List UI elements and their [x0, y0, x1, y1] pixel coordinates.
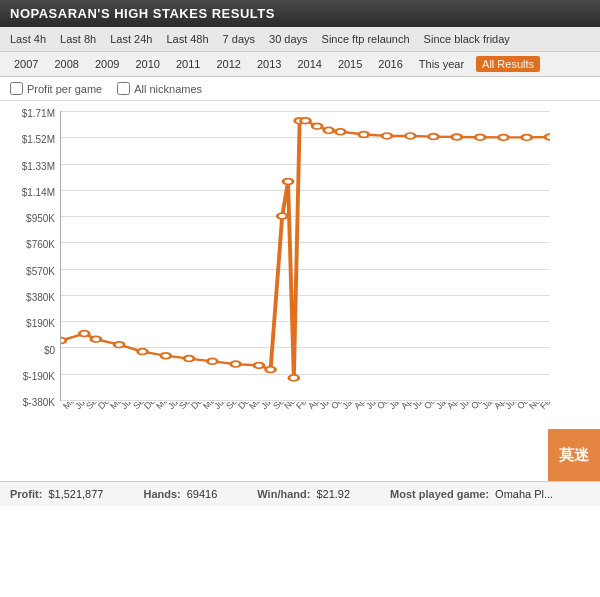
x-labels-container: Mar 2007Jun 2007Sep 2007Dec 2007Mar 2008… — [61, 402, 550, 472]
option-all-nicknames: All nicknames — [117, 82, 202, 95]
y-label-10: $-190K — [3, 371, 55, 382]
all-nicknames-label: All nicknames — [134, 83, 202, 95]
y-label-3: $1.14M — [3, 187, 55, 198]
year-filter-2008[interactable]: 2008 — [50, 56, 82, 72]
hands-stat: Hands: 69416 — [143, 488, 217, 500]
data-point-9 — [254, 363, 264, 369]
year-filter-thisyear[interactable]: This year — [415, 56, 468, 72]
y-label-11: $-380K — [3, 397, 55, 408]
data-point-18 — [336, 129, 346, 135]
y-label-0: $1.71M — [3, 108, 55, 119]
time-filter-bar: Last 4hLast 8hLast 24hLast 48h7 days30 d… — [0, 27, 600, 52]
time-filter-7days[interactable]: 7 days — [223, 31, 255, 47]
x-label-41: Feb 2017 — [538, 402, 550, 411]
data-point-5 — [161, 353, 171, 359]
data-point-23 — [452, 134, 462, 140]
data-point-0 — [61, 338, 66, 344]
year-filter-2011[interactable]: 2011 — [172, 56, 204, 72]
data-point-4 — [138, 349, 148, 355]
data-point-21 — [405, 133, 415, 139]
time-filter-30days[interactable]: 30 days — [269, 31, 308, 47]
all-nicknames-checkbox[interactable] — [117, 82, 130, 95]
y-label-2: $1.33M — [3, 161, 55, 172]
most-played-stat: Most played game: Omaha Pl... — [390, 488, 553, 500]
year-filter-bar: 2007200820092010201120122013201420152016… — [0, 52, 600, 77]
data-point-1 — [79, 331, 89, 337]
chart-area: $1.71M$1.52M$1.33M$1.14M$950K$760K$570K$… — [60, 111, 550, 401]
profit-stat: Profit: $1,521,877 — [10, 488, 103, 500]
page-header: NOPASARAN'S HIGH STAKES RESULTS Last 4hL… — [0, 0, 600, 101]
data-point-12 — [283, 179, 293, 185]
profit-label: Profit: — [10, 488, 42, 500]
chart-container: $1.71M$1.52M$1.33M$1.14M$950K$760K$570K$… — [0, 101, 600, 481]
profit-value: $1,521,877 — [48, 488, 103, 500]
watermark: 莫迷 — [548, 429, 600, 481]
time-filter-last48h[interactable]: Last 48h — [166, 31, 208, 47]
data-point-15 — [301, 118, 311, 124]
year-filter-2013[interactable]: 2013 — [253, 56, 285, 72]
profit-per-game-label: Profit per game — [27, 83, 102, 95]
y-label-1: $1.52M — [3, 134, 55, 145]
year-filter-2009[interactable]: 2009 — [91, 56, 123, 72]
y-label-9: $0 — [3, 345, 55, 356]
year-filter-2010[interactable]: 2010 — [131, 56, 163, 72]
data-point-6 — [184, 356, 194, 362]
data-point-13 — [289, 375, 299, 381]
y-label-8: $190K — [3, 318, 55, 329]
data-point-24 — [475, 134, 485, 140]
time-filter-last4h[interactable]: Last 4h — [10, 31, 46, 47]
stats-footer: Profit: $1,521,877 Hands: 69416 Win/hand… — [0, 481, 600, 506]
y-label-6: $570K — [3, 266, 55, 277]
year-filter-2015[interactable]: 2015 — [334, 56, 366, 72]
data-point-25 — [499, 135, 509, 141]
title-bar: NOPASARAN'S HIGH STAKES RESULTS — [0, 0, 600, 27]
most-played-label: Most played game: — [390, 488, 489, 500]
year-filter-2007[interactable]: 2007 — [10, 56, 42, 72]
profit-per-game-checkbox[interactable] — [10, 82, 23, 95]
data-point-7 — [207, 358, 217, 364]
year-filter-all[interactable]: All Results — [476, 56, 540, 72]
data-point-20 — [382, 133, 392, 139]
chart-line — [61, 121, 550, 378]
grid-line-11 — [61, 400, 550, 401]
most-played-value: Omaha Pl... — [495, 488, 553, 500]
chart-svg — [61, 111, 550, 400]
time-filter-ftp[interactable]: Since ftp relaunch — [322, 31, 410, 47]
time-filter-last8h[interactable]: Last 8h — [60, 31, 96, 47]
data-point-2 — [91, 336, 101, 342]
data-point-11 — [277, 213, 287, 219]
year-filter-2012[interactable]: 2012 — [212, 56, 244, 72]
y-label-7: $380K — [3, 292, 55, 303]
time-filter-last24h[interactable]: Last 24h — [110, 31, 152, 47]
data-point-22 — [429, 134, 439, 140]
data-point-16 — [312, 123, 322, 129]
y-label-4: $950K — [3, 213, 55, 224]
hands-label: Hands: — [143, 488, 180, 500]
data-point-26 — [522, 135, 532, 141]
option-profit-per-game: Profit per game — [10, 82, 102, 95]
year-filter-2016[interactable]: 2016 — [374, 56, 406, 72]
data-point-19 — [359, 132, 369, 138]
y-label-5: $760K — [3, 239, 55, 250]
page-title: NOPASARAN'S HIGH STAKES RESULTS — [10, 6, 275, 21]
data-point-8 — [231, 361, 241, 367]
winhand-value: $21.92 — [316, 488, 350, 500]
year-filter-2014[interactable]: 2014 — [293, 56, 325, 72]
data-point-17 — [324, 127, 334, 133]
hands-value: 69416 — [187, 488, 218, 500]
data-point-3 — [114, 342, 124, 348]
options-bar: Profit per gameAll nicknames — [0, 77, 600, 101]
winhand-label: Win/hand: — [257, 488, 310, 500]
data-point-10 — [266, 367, 276, 373]
winhand-stat: Win/hand: $21.92 — [257, 488, 350, 500]
data-point-27 — [545, 134, 550, 140]
time-filter-blackfriday[interactable]: Since black friday — [424, 31, 510, 47]
